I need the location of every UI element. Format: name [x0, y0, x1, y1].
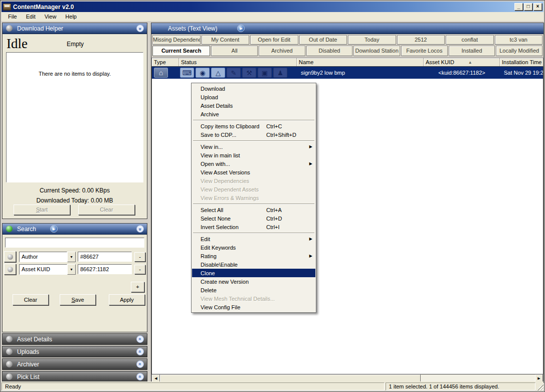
assets-title: Assets (Text View) [168, 25, 217, 32]
filter-tab[interactable]: Missing Dependencies [152, 35, 201, 45]
expand-chevron-icon[interactable]: » [136, 348, 144, 355]
filter-tab[interactable]: Current Search [152, 46, 210, 56]
download-helper-header[interactable]: Download Helper » [3, 23, 147, 34]
column-header[interactable]: Asset KUID ▲ [424, 58, 500, 66]
resize-grip[interactable] [536, 383, 543, 390]
context-menu-item[interactable]: View Config File [192, 303, 315, 311]
save-search-button[interactable]: Save [60, 294, 96, 305]
shortcut-label: Ctrl+I [266, 224, 307, 230]
submenu-arrow-icon: ▶ [307, 144, 312, 149]
filter-tab[interactable]: Installed [449, 46, 495, 56]
context-menu-item[interactable]: Create new Version [192, 277, 315, 286]
context-menu-item[interactable]: Disable\Enable [192, 260, 315, 269]
remove-filter-button[interactable]: - [134, 252, 145, 262]
download-queue-list[interactable]: There are no items to display. [6, 52, 143, 182]
dropdown-arrow-icon[interactable]: ▼ [67, 252, 76, 262]
filter-tab[interactable]: Disabled [306, 46, 353, 56]
scrollbar-thumb[interactable] [160, 374, 421, 382]
search-play-icon[interactable]: ▶ [50, 225, 58, 233]
filter-tab[interactable]: tc3 van [495, 35, 543, 45]
filter-tab[interactable]: 2512 [397, 35, 445, 45]
column-header[interactable]: Name [297, 58, 424, 66]
filter-field-dropdown[interactable]: Asset KUID ▼ [19, 264, 76, 275]
app-train-icon [3, 4, 11, 11]
menu-bar-item[interactable]: File [4, 13, 22, 21]
filter-tab[interactable]: All [211, 46, 258, 56]
context-menu-item[interactable]: Upload [192, 93, 315, 101]
panel-orb-icon [6, 25, 13, 32]
scroll-left-icon[interactable]: ◀ [152, 374, 160, 382]
search-header[interactable]: Search ▶ » [3, 224, 147, 235]
filter-tab[interactable]: Favorite Locos [401, 46, 448, 56]
context-menu-item[interactable]: View Mesh Technical Details... [192, 294, 315, 303]
start-button[interactable]: Start [14, 205, 70, 215]
assets-play-icon[interactable]: ▶ [237, 25, 245, 32]
context-menu-item[interactable]: Edit ▶ [192, 235, 315, 243]
context-menu-item[interactable]: View Dependent Assets [192, 185, 315, 193]
collapsed-panel-bar[interactable]: Uploads » [2, 346, 147, 357]
collapsed-panel-bar[interactable]: Pick List » [2, 371, 147, 382]
context-menu-item[interactable]: Archive [192, 110, 315, 118]
close-icon[interactable]: × [533, 3, 542, 11]
collapse-chevron-icon[interactable]: » [136, 225, 144, 233]
collapse-chevron-icon[interactable]: » [136, 25, 144, 32]
column-header[interactable]: Type [152, 58, 179, 66]
search-query-input[interactable] [5, 238, 144, 248]
filter-tab[interactable]: Open for Edit [250, 35, 298, 45]
collapsed-panel-bar[interactable]: Asset Details » [2, 333, 147, 345]
expand-chevron-icon[interactable]: » [136, 360, 144, 368]
context-menu-item[interactable]: Select All Ctrl+A [192, 206, 315, 214]
expand-chevron-icon[interactable]: » [136, 335, 144, 343]
clear-search-button[interactable]: Clear [13, 294, 49, 305]
expand-chevron-icon[interactable]: » [136, 373, 144, 380]
context-menu-item[interactable]: View Asset Versions [192, 168, 315, 176]
filter-tab[interactable]: Archived [259, 46, 305, 56]
filter-tab[interactable]: conflat [446, 35, 494, 45]
context-menu-item[interactable]: Open with... ▶ [192, 159, 315, 168]
column-header[interactable]: Installation Time [500, 58, 543, 66]
context-menu-item[interactable]: Delete [192, 286, 315, 294]
menu-bar-item[interactable]: Edit [22, 13, 40, 21]
context-menu-item[interactable]: Clone [192, 269, 315, 277]
filter-field-dropdown[interactable]: Author ▼ [19, 252, 76, 262]
filter-toggle-button[interactable] [4, 264, 16, 275]
filter-tab[interactable]: My Content [202, 35, 250, 45]
filter-tab[interactable]: Out of Date [299, 35, 347, 45]
filter-value-input[interactable] [78, 264, 132, 274]
context-menu-item[interactable]: Edit Keywords [192, 243, 315, 252]
maximize-icon[interactable]: □ [524, 3, 532, 11]
column-header[interactable]: Status [179, 58, 297, 66]
context-menu-item[interactable]: Rating ▶ [192, 252, 315, 260]
context-menu-item[interactable]: Select None Ctrl+D [192, 214, 315, 223]
context-menu-item[interactable]: Asset Details [192, 101, 315, 110]
context-menu-item[interactable]: View Errors & Warnings [192, 193, 315, 202]
context-menu-item[interactable]: Download [192, 84, 315, 93]
context-menu-item[interactable]: Copy items to Clipboard Ctrl+C [192, 122, 315, 130]
asset-row-selected[interactable]: ⌂ ⌨ ◉ △ ✎ ⚒ ▣ [152, 67, 543, 79]
clear-downloads-button[interactable]: Clear [78, 205, 135, 215]
minimize-icon[interactable]: _ [514, 3, 523, 11]
filter-toggle-button[interactable] [4, 251, 16, 262]
context-menu-item[interactable]: Invert Selection Ctrl+I [192, 223, 315, 231]
dropdown-arrow-icon[interactable]: ▼ [67, 264, 76, 275]
asset-name: sign9by2 low bmp [297, 67, 424, 79]
context-menu-item[interactable]: Save to CDP... Ctrl+Shift+D [192, 130, 315, 139]
scroll-right-icon[interactable]: ▶ [535, 374, 543, 382]
filter-tab[interactable]: Download Station [353, 46, 400, 56]
context-menu-item[interactable]: View Dependencies [192, 176, 315, 185]
add-filter-button[interactable]: + [131, 282, 144, 292]
menu-bar-item[interactable]: Help [61, 13, 81, 21]
filter-value-input[interactable] [78, 252, 132, 262]
filter-tab[interactable]: Today [348, 35, 396, 45]
filter-tab[interactable]: Locally Modified [496, 46, 542, 56]
paint-icon: ✎ [227, 68, 241, 78]
selection-summary: 1 item selected. 1 of 144456 items displ… [386, 382, 535, 390]
context-menu-item[interactable]: View in... ▶ [192, 142, 315, 151]
collapsed-panel-bar[interactable]: Archiver » [2, 358, 147, 370]
menu-bar-item[interactable]: View [40, 13, 61, 21]
asset-kuid: <kuid:86627:1182> [424, 67, 500, 79]
remove-filter-button[interactable]: - [134, 265, 145, 274]
context-menu-item[interactable]: View in main list [192, 151, 315, 159]
status-bar: Ready 1 item selected. 1 of 144456 items… [2, 381, 543, 390]
apply-search-button[interactable]: Apply [109, 294, 145, 305]
